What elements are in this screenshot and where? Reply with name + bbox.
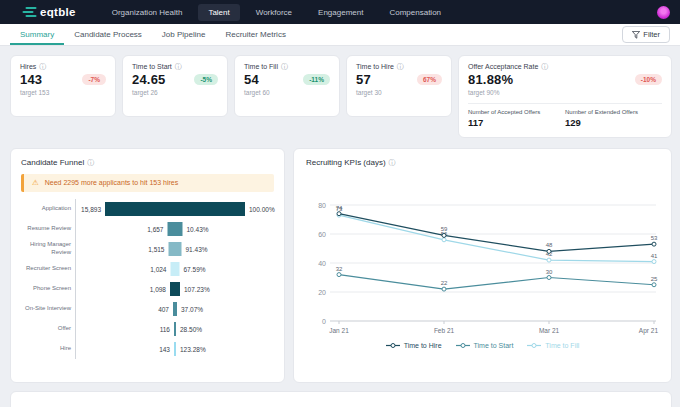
partial-bottom-panel (10, 391, 672, 407)
info-icon[interactable]: ⓘ (87, 159, 94, 166)
y-tick-label: 0 (322, 318, 326, 325)
x-tick-label: Feb 21 (434, 327, 455, 334)
info-icon[interactable]: ⓘ (39, 63, 46, 70)
kpi-value-row: 81.88%-10% (468, 72, 662, 87)
funnel-stage-label: Recruiter Screen (21, 259, 75, 279)
recruiting-kpis-panel: Recruiting KPIs (days) ⓘ 806040200Jan 21… (293, 148, 672, 383)
funnel-stage-value: 15,893 (81, 205, 101, 212)
funnel-stage-label: On-Site Interview (21, 299, 75, 319)
funnel-stage-value: 1,098 (150, 285, 166, 292)
tab-recruiter-metrics[interactable]: Recruiter Metrics (215, 24, 295, 45)
kpi-card-title: Time to Fillⓘ (244, 63, 330, 70)
data-point-label: 25 (651, 276, 658, 282)
funnel-stage-bar (174, 342, 176, 356)
kpi-value-row: 54-11% (244, 72, 330, 87)
kpi-card-title: Time to Hireⓘ (356, 63, 442, 70)
funnel-stage-track: 1,098107.23% (75, 279, 274, 299)
kpi-card-title: Hiresⓘ (20, 63, 106, 70)
funnel-stage-value: 143 (159, 345, 170, 352)
funnel-row-application: Application15,893100.00% (21, 199, 274, 219)
x-tick-label: Jan 21 (329, 327, 349, 334)
kpi-badge: -7% (82, 74, 106, 85)
funnel-stage-bar (105, 202, 245, 216)
kpi-value-row: 143-7% (20, 72, 106, 87)
data-point-time-to-fill (442, 238, 446, 242)
info-icon[interactable]: ⓘ (175, 63, 182, 70)
info-icon[interactable]: ⓘ (397, 63, 404, 70)
kpi-value: 143 (20, 72, 42, 87)
nav-item-organization-health[interactable]: Organization Health (102, 4, 193, 21)
funnel-stage-pct: 37.07% (181, 305, 203, 312)
kpi-card-title: Offer Acceptance Rateⓘ (468, 63, 662, 70)
eqtble-logo-icon (24, 7, 35, 17)
data-point-time-to-start (442, 287, 446, 291)
funnel-stage-value: 1,024 (150, 265, 166, 272)
info-icon[interactable]: ⓘ (281, 63, 288, 70)
legend-item-time-to-start[interactable]: Time to Start (456, 342, 514, 349)
kpi-badge: 67% (417, 74, 442, 85)
x-tick-label: Mar 21 (539, 327, 560, 334)
legend-item-time-to-fill[interactable]: Time to Fill (527, 342, 579, 349)
legend-label: Time to Hire (404, 342, 442, 349)
app-root: eqtble Organization HealthTalentWorkforc… (0, 0, 680, 407)
tab-candidate-process[interactable]: Candidate Process (64, 24, 152, 45)
funnel-stage-label: Phone Screen (21, 279, 75, 299)
filter-funnel-icon (632, 31, 640, 39)
funnel-stage-bar (169, 242, 182, 256)
info-icon[interactable]: ⓘ (389, 159, 396, 166)
funnel-row-hiring-manager-review: Hiring Manager Review1,51591.43% (21, 239, 274, 259)
tab-job-pipeline[interactable]: Job Pipeline (152, 24, 216, 45)
data-point-time-to-start (652, 283, 656, 287)
nav-item-engagement[interactable]: Engagement (308, 4, 373, 21)
funnel-stage-track: 143123.28% (75, 339, 274, 359)
data-point-time-to-hire (337, 212, 341, 216)
info-icon[interactable]: ⓘ (541, 63, 548, 70)
funnel-stage-label: Offer (21, 319, 75, 339)
data-point-time-to-start (337, 273, 341, 277)
kpi-badge: -11% (303, 74, 330, 85)
funnel-row-recruiter-screen: Recruiter Screen1,02467.59% (21, 259, 274, 279)
data-point-time-to-hire (442, 233, 446, 237)
data-point-time-to-fill (652, 260, 656, 264)
nav-item-talent[interactable]: Talent (198, 4, 239, 21)
nav-item-workforce[interactable]: Workforce (246, 4, 302, 21)
kpi-target: target 90% (468, 89, 662, 96)
nav-item-compensation[interactable]: Compensation (379, 4, 451, 21)
funnel-title-text: Candidate Funnel (21, 158, 84, 167)
panels-row: Candidate Funnel ⓘ ⚠ Need 2295 more appl… (0, 138, 680, 383)
funnel-stage-value: 407 (158, 305, 169, 312)
warning-icon: ⚠ (32, 179, 39, 187)
offer-sub-value: 117 (468, 117, 565, 128)
funnel-stage-track: 1,51591.43% (75, 239, 274, 259)
user-avatar[interactable] (657, 6, 670, 19)
kpi-value: 54 (244, 72, 259, 87)
funnel-stage-track: 11628.50% (75, 319, 274, 339)
x-tick-label: Apr 21 (639, 327, 659, 335)
filter-button[interactable]: Filter (622, 26, 670, 43)
data-point-label: 30 (546, 269, 553, 275)
funnel-stage-bar (168, 222, 183, 236)
y-tick-label: 20 (318, 289, 326, 296)
y-tick-label: 60 (318, 231, 326, 238)
funnel-stage-bar (171, 262, 180, 276)
chart-legend: Time to HireTime to StartTime to Fill (306, 342, 659, 349)
funnel-warning-text: Need 2295 more applicants to hit 153 hir… (45, 179, 178, 186)
funnel-row-hire: Hire143123.28% (21, 339, 274, 359)
kpi-badge: -10% (635, 74, 662, 85)
kpi-badge: -5% (194, 74, 218, 85)
funnel-stage-pct: 91.43% (186, 245, 208, 252)
data-point-label: 53 (651, 235, 658, 241)
legend-item-time-to-hire[interactable]: Time to Hire (386, 342, 442, 349)
funnel-stage-value: 1,657 (147, 225, 163, 232)
funnel-stage-pct: 123.28% (180, 345, 206, 352)
funnel-panel-title: Candidate Funnel ⓘ (21, 158, 274, 167)
kpi-value-row: 24.65-5% (132, 72, 218, 87)
primary-nav: Organization HealthTalentWorkforceEngage… (102, 4, 451, 21)
kpi-card-time-to-hire: Time to Hireⓘ5767%target 30 (346, 55, 452, 117)
legend-label: Time to Fill (545, 342, 579, 349)
data-point-time-to-start (547, 276, 551, 280)
kpi-value: 57 (356, 72, 371, 87)
brand[interactable]: eqtble (24, 6, 76, 18)
data-point-label: 32 (336, 266, 343, 272)
tab-summary[interactable]: Summary (10, 24, 64, 45)
